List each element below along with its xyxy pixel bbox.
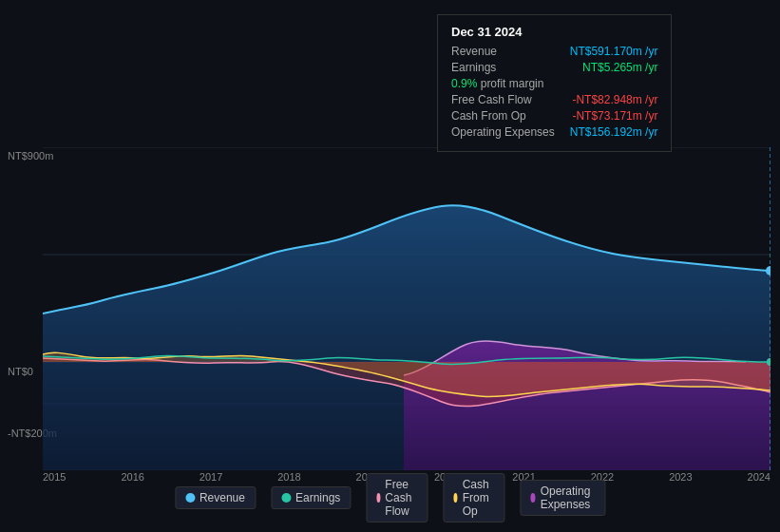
legend-opex-dot [530,493,535,503]
legend-earnings-dot [281,493,291,503]
legend-opex[interactable]: Operating Expenses [520,480,605,516]
y-label-mid: NT$0 [8,366,33,377]
chart-svg [43,147,770,470]
tooltip-cfo-label: Cash From Op [451,109,526,123]
legend-revenue[interactable]: Revenue [175,486,256,509]
legend-cfo-label: Cash From Op [463,478,495,518]
tooltip-revenue-row: Revenue NT$591.170m /yr [451,45,657,58]
legend-earnings-label: Earnings [295,491,340,504]
tooltip-earnings-row: Earnings NT$5.265m /yr [451,61,657,74]
tooltip-date: Dec 31 2024 [451,25,657,39]
tooltip-revenue-label: Revenue [451,45,497,58]
tooltip-margin-pct: 0.9% [451,77,477,90]
legend-opex-label: Operating Expenses [541,484,595,511]
tooltip-fcf-row: Free Cash Flow -NT$82.948m /yr [451,93,657,106]
x-label-2016: 2016 [121,471,143,483]
tooltip-margin: 0.9% profit margin [451,77,657,90]
tooltip-opex-label: Operating Expenses [451,125,555,139]
legend-fcf[interactable]: Free Cash Flow [366,473,428,522]
legend-revenue-label: Revenue [200,491,245,504]
tooltip-opex-row: Operating Expenses NT$156.192m /yr [451,125,657,139]
legend-fcf-dot [376,493,380,503]
x-label-2024: 2024 [748,471,770,483]
tooltip-fcf-label: Free Cash Flow [451,93,532,106]
legend-cfo[interactable]: Cash From Op [443,473,504,522]
tooltip: Dec 31 2024 Revenue NT$591.170m /yr Earn… [437,14,672,152]
x-label-2015: 2015 [43,471,66,483]
tooltip-opex-value: NT$156.192m /yr [570,125,658,139]
legend-earnings[interactable]: Earnings [271,486,351,509]
tooltip-cfo-row: Cash From Op -NT$73.171m /yr [451,109,657,123]
legend-cfo-dot [453,493,457,503]
tooltip-earnings-value: NT$5.265m /yr [582,61,657,74]
tooltip-cfo-value: -NT$73.171m /yr [572,109,657,123]
tooltip-earnings-label: Earnings [451,61,496,74]
tooltip-revenue-value: NT$591.170m /yr [570,45,658,58]
tooltip-margin-text: profit margin [481,77,544,90]
legend-revenue-dot [185,493,195,503]
tooltip-fcf-value: -NT$82.948m /yr [572,93,657,106]
legend-fcf-label: Free Cash Flow [385,478,417,518]
legend: Revenue Earnings Free Cash Flow Cash Fro… [175,473,605,522]
chart-container: Dec 31 2024 Revenue NT$591.170m /yr Earn… [0,0,780,532]
x-label-2023: 2023 [669,471,692,483]
